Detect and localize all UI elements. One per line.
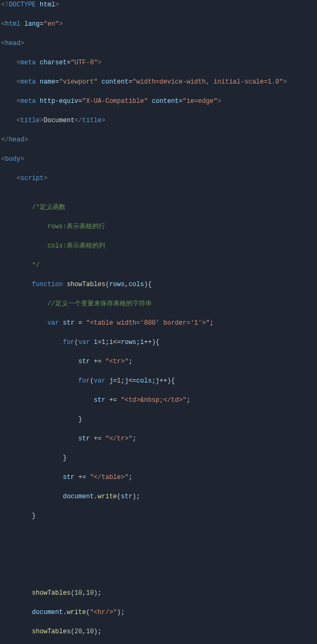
empty-line: [0, 636, 317, 644]
code-line: showTables(10,10);: [0, 588, 317, 598]
comment-line: rows:表示表格的行: [0, 222, 317, 231]
code-line: document.write(str);: [0, 492, 317, 501]
empty-line: [0, 347, 317, 357]
code-line: for(var j=1;j<=cols;j++){: [0, 376, 317, 386]
empty-line: [0, 328, 317, 338]
empty-line: [0, 10, 317, 19]
empty-line: [0, 48, 317, 58]
empty-line: [0, 309, 317, 318]
empty-line: [0, 617, 317, 627]
empty-line: [0, 231, 317, 241]
empty-line: [0, 212, 317, 222]
code-line: }: [0, 415, 317, 424]
comment-line: //定义一个变量来保存表格的字符串: [0, 299, 317, 309]
empty-line: [0, 579, 317, 588]
empty-line: [0, 164, 317, 174]
code-line: str += "<tr>";: [0, 357, 317, 366]
comment-line: /*定义函数: [0, 203, 317, 212]
code-line: <body>: [0, 154, 317, 164]
empty-line: [0, 183, 317, 193]
code-line: for(var i=1;i<=rows;i++){: [0, 338, 317, 347]
code-line: }: [0, 511, 317, 521]
empty-line: [0, 598, 317, 608]
comment-line: cols:表示表格的列: [0, 241, 317, 251]
code-line: document.write("<hr/>");: [0, 608, 317, 617]
code-line: <html lang="en">: [0, 19, 317, 29]
code-line: <head>: [0, 39, 317, 48]
empty-line: [0, 424, 317, 434]
empty-line: [0, 386, 317, 395]
empty-line: [0, 125, 317, 135]
empty-line: [0, 270, 317, 280]
code-line: function showTables(rows,cols){: [0, 280, 317, 289]
code-line: </head>: [0, 135, 317, 145]
code-line: <script>: [0, 174, 317, 183]
code-line: <meta http-equiv="X-UA-Compatible" conte…: [0, 96, 317, 106]
code-editor[interactable]: <!DOCTYPE html> <html lang="en"> <head> …: [0, 0, 317, 644]
code-line: <!DOCTYPE html>: [0, 0, 317, 10]
empty-line: [0, 193, 317, 203]
empty-line: [0, 501, 317, 511]
code-line: <meta name="viewport" content="width=dev…: [0, 77, 317, 87]
comment-line: */: [0, 260, 317, 270]
empty-line: [0, 366, 317, 376]
code-line: str += "<td>&nbsp;</td>";: [0, 395, 317, 405]
empty-line: [0, 289, 317, 299]
code-line: str += "</tr>";: [0, 434, 317, 444]
code-line: <title>Document</title>: [0, 116, 317, 125]
empty-line: [0, 444, 317, 453]
empty-line: [0, 530, 317, 540]
empty-line: [0, 569, 317, 579]
code-line: }: [0, 453, 317, 463]
empty-line: [0, 550, 317, 559]
empty-line: [0, 87, 317, 96]
empty-line: [0, 29, 317, 39]
empty-line: [0, 106, 317, 116]
code-line: <meta charset="UTF-8">: [0, 58, 317, 68]
empty-line: [0, 559, 317, 569]
empty-line: [0, 540, 317, 550]
empty-line: [0, 145, 317, 154]
code-line: showTables(20,10);: [0, 627, 317, 636]
code-line: var str = "<table width='800' border='1'…: [0, 318, 317, 328]
empty-line: [0, 68, 317, 77]
empty-line: [0, 463, 317, 473]
empty-line: [0, 521, 317, 530]
code-line: str += "</table>";: [0, 473, 317, 482]
empty-line: [0, 482, 317, 492]
empty-line: [0, 251, 317, 260]
empty-line: [0, 405, 317, 415]
